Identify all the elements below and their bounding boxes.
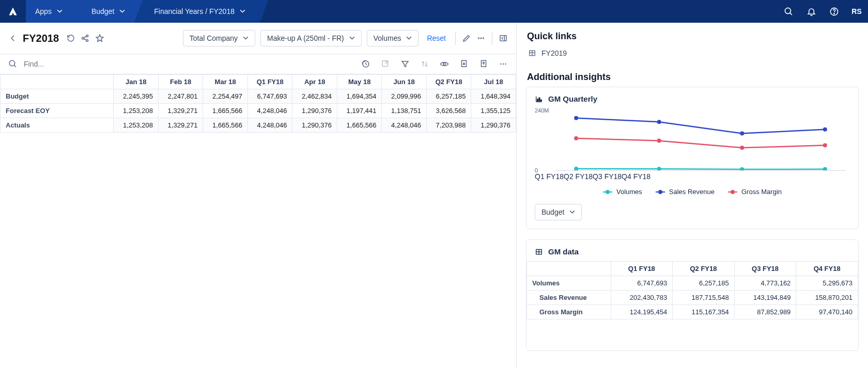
data-cell[interactable]: 6,747,693	[611, 276, 673, 291]
data-cell[interactable]: 1,197,441	[337, 104, 382, 118]
data-cell[interactable]: 2,462,834	[292, 89, 337, 104]
nav-apps[interactable]: Apps	[26, 0, 75, 23]
main-data-grid[interactable]: Jan 18Feb 18Mar 18Q1 FY18Apr 18May 18Jun…	[0, 74, 516, 133]
data-cell[interactable]: 2,245,395	[114, 89, 159, 104]
refresh-button[interactable]	[66, 34, 75, 43]
find-input[interactable]	[23, 59, 147, 69]
column-header[interactable]: Q2 FY18	[673, 262, 735, 276]
column-header[interactable]: Q1 FY18	[611, 262, 673, 276]
data-cell[interactable]: 1,290,376	[292, 104, 337, 118]
svg-point-18	[443, 63, 446, 66]
row-header[interactable]: Sales Revenue	[527, 291, 611, 305]
data-cell[interactable]: 97,470,140	[796, 305, 858, 319]
column-header[interactable]: Q2 FY18	[426, 75, 471, 89]
data-cell[interactable]: 7,203,988	[426, 118, 471, 133]
search-button[interactable]	[777, 0, 800, 23]
history-icon	[361, 59, 370, 69]
gm-data-card: GM data Q1 FY18Q2 FY18Q3 FY18Q4 FY18 Vol…	[526, 239, 859, 351]
data-cell[interactable]: 3,626,568	[426, 104, 471, 118]
row-header[interactable]: Volumes	[527, 276, 611, 291]
back-button[interactable]	[8, 34, 18, 43]
data-cell[interactable]: 1,648,394	[471, 89, 516, 104]
data-cell[interactable]: 87,852,989	[734, 305, 796, 319]
data-cell[interactable]: 2,099,996	[382, 89, 427, 104]
share-button[interactable]	[81, 34, 90, 43]
history-button[interactable]	[361, 59, 370, 69]
sort-button[interactable]	[420, 59, 429, 69]
data-cell[interactable]: 1,253,208	[114, 118, 159, 133]
data-cell[interactable]: 6,747,693	[247, 89, 292, 104]
data-cell[interactable]: 202,430,783	[611, 291, 673, 305]
filter-entity[interactable]: Total Company	[183, 30, 255, 46]
column-header[interactable]: Q1 FY18	[247, 75, 292, 89]
toggle-panel-button[interactable]	[499, 34, 508, 43]
data-cell[interactable]: 4,248,046	[247, 104, 292, 118]
column-header[interactable]: Q3 FY18	[734, 262, 796, 276]
visibility-button[interactable]	[440, 59, 449, 69]
filter-button[interactable]	[400, 59, 410, 69]
gm-data-table[interactable]: Q1 FY18Q2 FY18Q3 FY18Q4 FY18 Volumes6,74…	[526, 261, 858, 319]
data-cell[interactable]: 4,248,046	[382, 118, 427, 133]
column-header[interactable]: Mar 18	[203, 75, 248, 89]
data-cell[interactable]: 187,715,548	[673, 291, 735, 305]
row-header[interactable]: Gross Margin	[527, 305, 611, 319]
data-cell[interactable]: 4,248,046	[247, 118, 292, 133]
user-avatar[interactable]: RS	[845, 0, 868, 23]
overflow-button[interactable]	[476, 34, 486, 43]
svg-line-15	[14, 65, 16, 67]
quick-link-fy2019[interactable]: FY2019	[517, 46, 868, 63]
column-header[interactable]: May 18	[337, 75, 382, 89]
data-cell[interactable]: 2,254,497	[203, 89, 248, 104]
data-cell[interactable]: 1,665,566	[337, 118, 382, 133]
help-button[interactable]	[823, 0, 845, 23]
import-button[interactable]	[459, 59, 469, 69]
filter-measure[interactable]: Volumes	[367, 30, 419, 46]
notifications-button[interactable]	[800, 0, 823, 23]
svg-point-3	[833, 13, 834, 13]
data-cell[interactable]: 5,295,673	[796, 276, 858, 291]
data-cell[interactable]: 1,694,354	[337, 89, 382, 104]
data-cell[interactable]: 1,290,376	[471, 118, 516, 133]
nav-budget[interactable]: Budget	[82, 0, 137, 23]
data-cell[interactable]: 1,329,271	[158, 118, 203, 133]
column-header[interactable]: Jun 18	[382, 75, 427, 89]
filter-product[interactable]: Make-up A (250ml - FR)	[260, 30, 362, 46]
row-header[interactable]: Budget	[1, 89, 114, 104]
data-cell[interactable]: 2,247,801	[158, 89, 203, 104]
data-cell[interactable]: 6,257,185	[673, 276, 735, 291]
data-cell[interactable]: 1,253,208	[114, 104, 159, 118]
reset-button[interactable]: Reset	[424, 34, 449, 42]
chart-scenario-dropdown[interactable]: Budget	[535, 204, 582, 220]
edit-button[interactable]	[462, 34, 471, 43]
app-logo[interactable]	[0, 0, 26, 23]
data-cell[interactable]: 1,665,566	[203, 104, 248, 118]
column-header[interactable]: Feb 18	[158, 75, 203, 89]
refresh-icon	[66, 34, 75, 43]
nav-breadcrumb[interactable]: Financial Years / FY2018	[145, 0, 258, 23]
x-axis-label: Q2 FY18	[564, 172, 593, 181]
column-header[interactable]: Apr 18	[292, 75, 337, 89]
table-row: Forecast EOY1,253,2081,329,2711,665,5664…	[1, 104, 516, 118]
column-header[interactable]: Q4 FY18	[796, 262, 858, 276]
more-button[interactable]	[499, 59, 508, 69]
column-header[interactable]: Jan 18	[114, 75, 159, 89]
data-cell[interactable]: 1,290,376	[292, 118, 337, 133]
data-cell[interactable]: 6,257,185	[426, 89, 471, 104]
share-cell-button[interactable]	[381, 59, 390, 69]
export-button[interactable]	[479, 59, 488, 69]
data-cell[interactable]: 4,773,162	[734, 276, 796, 291]
column-header[interactable]: Jul 18	[471, 75, 516, 89]
data-cell[interactable]: 158,870,201	[796, 291, 858, 305]
insights-panel: Quick links FY2019 Additional insights G…	[517, 23, 868, 369]
row-header[interactable]: Forecast EOY	[1, 104, 114, 118]
data-cell[interactable]: 115,167,354	[673, 305, 735, 319]
data-cell[interactable]: 1,329,271	[158, 104, 203, 118]
data-cell[interactable]: 143,194,849	[734, 291, 796, 305]
data-cell[interactable]: 1,138,751	[382, 104, 427, 118]
favorite-button[interactable]	[95, 34, 104, 43]
data-cell[interactable]: 1,355,125	[471, 104, 516, 118]
row-header[interactable]: Actuals	[1, 118, 114, 133]
data-cell[interactable]: 1,665,566	[203, 118, 248, 133]
star-icon	[95, 34, 104, 43]
data-cell[interactable]: 124,195,454	[611, 305, 673, 319]
